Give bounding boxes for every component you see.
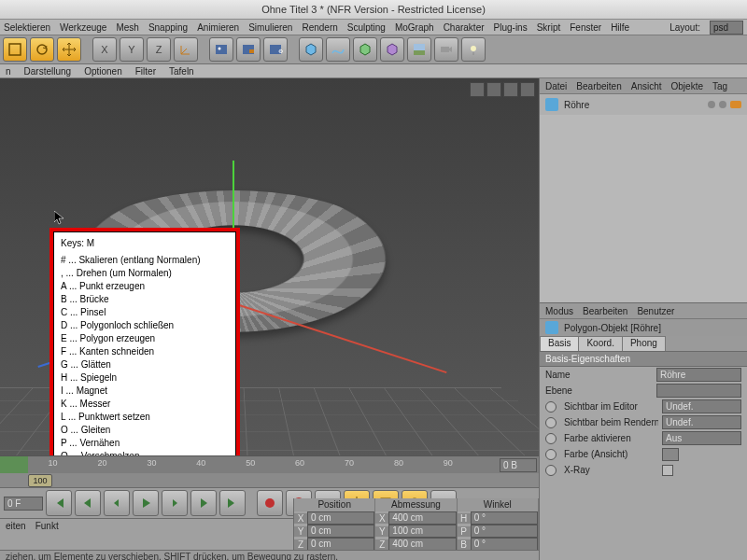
popup-item[interactable]: G ... Glätten xyxy=(61,358,229,371)
add-light-icon[interactable] xyxy=(461,37,486,62)
menu-charakter[interactable]: Charakter xyxy=(444,22,485,33)
axis-y-icon[interactable] xyxy=(233,161,234,235)
name-field[interactable]: Röhre xyxy=(656,368,741,382)
viewport-toggle-icon[interactable] xyxy=(520,82,535,97)
popup-item[interactable]: H ... Spiegeln xyxy=(61,371,229,385)
viewport-orbit-icon[interactable] xyxy=(503,82,518,97)
menu-hilfe[interactable]: Hilfe xyxy=(611,22,629,33)
goto-start-icon[interactable] xyxy=(46,490,72,516)
visibility-editor-dot[interactable] xyxy=(708,101,715,108)
viewport-menu-left[interactable]: n xyxy=(6,66,11,77)
size-x-field[interactable]: 400 cm xyxy=(388,511,456,525)
lock-y-icon[interactable]: Y xyxy=(120,37,144,62)
render-view-icon[interactable] xyxy=(209,37,233,62)
popup-item[interactable]: P ... Vernähen xyxy=(61,437,229,450)
menu-fenster[interactable]: Fenster xyxy=(570,22,601,33)
scale-tool-icon[interactable] xyxy=(3,37,27,62)
popup-item[interactable]: C ... Pinsel xyxy=(61,306,229,319)
render-settings-icon[interactable]: ⚙ xyxy=(263,37,288,62)
menu-simulieren[interactable]: Simulieren xyxy=(248,22,292,33)
timeline-end-field[interactable]: 0 B xyxy=(500,458,537,472)
objmgr-menu-ansicht[interactable]: Ansicht xyxy=(631,81,662,91)
viewport-menu-darstellung[interactable]: Darstellung xyxy=(24,66,72,77)
move-tool-icon[interactable] xyxy=(57,37,81,62)
goto-end-icon[interactable] xyxy=(219,490,246,516)
viewport-menu-optionen[interactable]: Optionen xyxy=(84,66,122,77)
record-key-icon[interactable] xyxy=(257,490,283,516)
add-generator-icon[interactable] xyxy=(353,37,377,62)
next-key-icon[interactable] xyxy=(190,490,217,516)
prev-frame-icon[interactable] xyxy=(104,490,130,516)
objmgr-menu-tags[interactable]: Tag xyxy=(712,81,727,91)
anim-dot-icon[interactable] xyxy=(545,465,557,476)
attr-menu-modus[interactable]: Modus xyxy=(545,306,573,316)
viewport-zoom-icon[interactable] xyxy=(486,82,501,97)
popup-item[interactable]: E ... Polygon erzeugen xyxy=(61,332,229,345)
menu-snapping[interactable]: Snapping xyxy=(148,22,188,33)
powerslider-knob[interactable]: 100 xyxy=(28,474,52,487)
visibility-render-dot[interactable] xyxy=(719,101,726,108)
tab-basis[interactable]: Basis xyxy=(540,336,579,351)
coord-system-icon[interactable] xyxy=(174,37,198,62)
usecolor-select[interactable]: Aus xyxy=(662,431,741,445)
ang-p-field[interactable]: 0 ° xyxy=(471,525,538,538)
popup-item[interactable]: A ... Punkt erzeugen xyxy=(61,280,229,293)
popup-item[interactable]: , ... Drehen (um Normalen) xyxy=(61,267,229,280)
attr-menu-bearbeiten[interactable]: Bearbeiten xyxy=(583,306,627,316)
add-spline-icon[interactable] xyxy=(326,37,350,62)
pos-y-field[interactable]: 0 cm xyxy=(307,525,374,538)
menu-mograph[interactable]: MoGraph xyxy=(395,22,434,33)
anim-dot-icon[interactable] xyxy=(545,401,557,413)
timeline-ruler[interactable]: 10 20 30 40 50 60 70 80 90 0 B xyxy=(0,455,539,474)
vis-render-select[interactable]: Undef. xyxy=(662,415,741,429)
objmgr-menu-datei[interactable]: Datei xyxy=(545,81,567,91)
popup-item[interactable]: L ... Punktwert setzen xyxy=(61,411,229,424)
add-environment-icon[interactable] xyxy=(407,37,431,62)
layout-selector[interactable]: psd xyxy=(710,21,743,35)
popup-item[interactable]: # ... Skalieren (entlang Normalen) xyxy=(61,254,229,267)
anim-dot-icon[interactable] xyxy=(545,449,557,460)
color-swatch-icon[interactable] xyxy=(662,448,679,461)
ang-b-field[interactable]: 0 ° xyxy=(471,538,538,551)
object-row-roehre[interactable]: Röhre xyxy=(540,94,747,115)
popup-item[interactable]: K ... Messer xyxy=(61,398,229,411)
lock-x-icon[interactable]: X xyxy=(92,37,117,62)
objmgr-menu-objekte[interactable]: Objekte xyxy=(671,81,703,91)
menu-skript[interactable]: Skript xyxy=(537,22,561,33)
add-deformer-icon[interactable] xyxy=(380,37,404,62)
render-pv-icon[interactable] xyxy=(236,37,261,62)
tab-koord[interactable]: Koord. xyxy=(578,336,622,351)
phong-tag-icon[interactable] xyxy=(730,101,741,108)
menu-plugins[interactable]: Plug-ins xyxy=(494,22,528,33)
menu-werkzeuge[interactable]: Werkzeuge xyxy=(60,22,106,33)
menu-selektieren[interactable]: Selektieren xyxy=(4,22,50,33)
popup-item[interactable]: F ... Kanten schneiden xyxy=(61,345,229,358)
viewport-menu-tafeln[interactable]: Tafeln xyxy=(169,66,194,77)
next-frame-icon[interactable] xyxy=(162,490,188,516)
frame-start-field[interactable]: 0 F xyxy=(4,497,43,511)
vis-editor-select[interactable]: Undef. xyxy=(662,399,741,413)
pos-z-field[interactable]: 0 cm xyxy=(307,538,374,551)
add-primitive-icon[interactable] xyxy=(299,37,323,62)
layer-field[interactable] xyxy=(656,384,741,398)
objmgr-empty-area[interactable] xyxy=(540,115,747,302)
add-camera-icon[interactable] xyxy=(434,37,458,62)
viewport[interactable]: Keys: M # ... Skalieren (entlang Normale… xyxy=(0,78,539,560)
viewport-pan-icon[interactable] xyxy=(470,82,485,97)
material-tab[interactable]: eiten xyxy=(6,521,26,531)
size-y-field[interactable]: 100 cm xyxy=(388,525,456,538)
pos-x-field[interactable]: 0 cm xyxy=(307,511,374,525)
attr-menu-benutzer[interactable]: Benutzer xyxy=(637,306,674,316)
menu-sculpting[interactable]: Sculpting xyxy=(347,22,386,33)
material-tab[interactable]: Funkt xyxy=(35,521,59,531)
anim-dot-icon[interactable] xyxy=(545,417,557,428)
objmgr-menu-bearbeiten[interactable]: Bearbeiten xyxy=(576,81,621,91)
play-forward-icon[interactable] xyxy=(133,490,159,516)
tab-phong[interactable]: Phong xyxy=(622,336,666,351)
rotate-tool-icon[interactable] xyxy=(30,37,54,62)
object-name[interactable]: Röhre xyxy=(564,100,589,110)
ang-h-field[interactable]: 0 ° xyxy=(471,511,538,525)
menu-animieren[interactable]: Animieren xyxy=(197,22,239,33)
popup-item[interactable]: B ... Brücke xyxy=(61,293,229,306)
popup-item[interactable]: D ... Polygonloch schließen xyxy=(61,319,229,332)
